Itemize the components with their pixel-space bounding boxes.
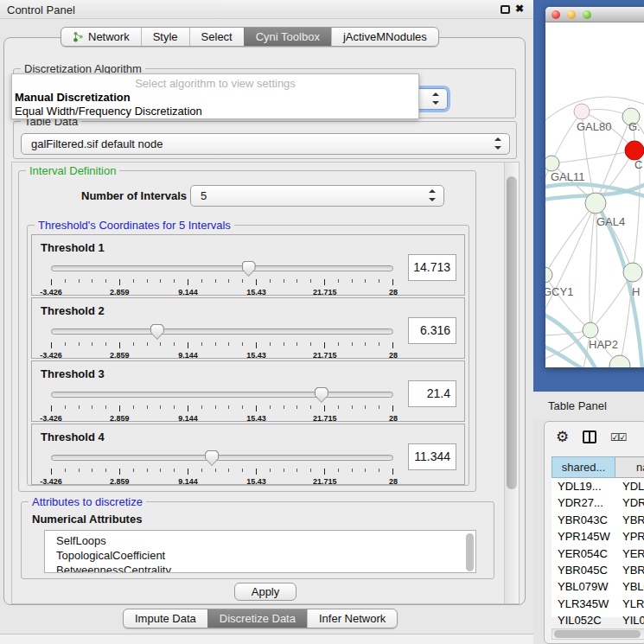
network-edge[interactable] bbox=[545, 203, 596, 275]
cell-name[interactable]: YBR04 bbox=[615, 512, 644, 528]
tab-style[interactable]: Style bbox=[141, 28, 189, 46]
node-HAP2[interactable] bbox=[583, 322, 598, 338]
column-header-shared[interactable]: shared... bbox=[552, 456, 615, 478]
vertical-scrollbar-thumb[interactable] bbox=[507, 176, 517, 489]
tick-mark bbox=[105, 342, 106, 346]
tick-mark bbox=[119, 405, 120, 411]
tab-jactivemnodules[interactable]: jActiveMNodules bbox=[331, 28, 438, 46]
tab-select[interactable]: Select bbox=[189, 28, 244, 46]
table-row[interactable]: YBR045CYBR04 bbox=[552, 562, 644, 578]
cell-shared-name[interactable]: YIL052C bbox=[552, 612, 615, 628]
cell-name[interactable]: YIL05 bbox=[615, 612, 644, 628]
tick-label: 15.43 bbox=[246, 414, 266, 423]
network-edge-thick[interactable] bbox=[545, 344, 582, 367]
threshold-slider[interactable]: -3.4262.8599.14415.4321.71528 bbox=[51, 261, 393, 296]
table-row[interactable]: YBR043CYBR04 bbox=[552, 512, 644, 528]
list-item[interactable]: BetweennessCentrality bbox=[45, 563, 475, 573]
table-data-combobox[interactable]: galFiltered.sif default node bbox=[21, 133, 510, 155]
cell-shared-name[interactable]: YDL19... bbox=[552, 478, 615, 494]
close-traffic-light-icon[interactable] bbox=[552, 10, 560, 19]
table-row[interactable]: YER054CYER05 bbox=[552, 545, 644, 562]
list-item[interactable]: SelfLoops bbox=[45, 533, 475, 548]
list-item[interactable]: TopologicalCoefficient bbox=[45, 548, 475, 563]
close-icon[interactable]: ✖ bbox=[515, 3, 524, 15]
numerical-attributes-list[interactable]: SelfLoopsTopologicalCoefficientBetweenne… bbox=[44, 530, 476, 573]
network-edge[interactable] bbox=[552, 112, 582, 163]
list-scrollbar-thumb[interactable] bbox=[466, 533, 474, 571]
cell-name[interactable]: YDR27 bbox=[615, 494, 644, 511]
node-H[interactable] bbox=[623, 263, 642, 282]
cell-shared-name[interactable]: YLR345W bbox=[552, 596, 615, 612]
tab-impute-data[interactable]: Impute Data bbox=[124, 609, 207, 628]
menu-item-equal-width-frequency[interactable]: Equal Width/Frequency Discretization bbox=[15, 105, 202, 118]
threshold-value-field[interactable]: 14.713 bbox=[408, 254, 456, 281]
node-GCY1[interactable] bbox=[545, 267, 552, 283]
cell-shared-name[interactable]: YPR145W bbox=[552, 528, 615, 545]
cell-name[interactable]: YBR04 bbox=[615, 562, 644, 578]
node-GAL80[interactable] bbox=[574, 104, 590, 119]
minimize-traffic-light-icon[interactable] bbox=[567, 10, 576, 19]
table-row[interactable]: YLR345WYLR34 bbox=[552, 596, 644, 612]
cell-shared-name[interactable]: YBR045C bbox=[552, 562, 615, 578]
cell-shared-name[interactable]: YDR27... bbox=[552, 494, 615, 511]
tab-discretize-data[interactable]: Discretize Data bbox=[207, 609, 307, 628]
float-window-icon[interactable] bbox=[501, 5, 510, 14]
tab-network[interactable]: Network bbox=[61, 28, 141, 46]
slider-thumb-icon[interactable] bbox=[150, 324, 164, 340]
node-label-H: H bbox=[632, 285, 640, 298]
threshold-value-field[interactable]: 21.4 bbox=[408, 380, 456, 407]
horizontal-scrollbar[interactable] bbox=[552, 628, 644, 640]
horizontal-scrollbar-thumb[interactable] bbox=[554, 630, 641, 638]
slider-track[interactable] bbox=[51, 392, 393, 398]
threshold-slider[interactable]: -3.4262.8599.14415.4321.71528 bbox=[51, 450, 393, 485]
table-row[interactable]: YIL052CYIL05 bbox=[552, 612, 644, 628]
cell-name[interactable]: YBL07 bbox=[615, 578, 644, 595]
apply-button[interactable]: Apply bbox=[234, 583, 296, 601]
tick-mark bbox=[228, 279, 229, 283]
node-label-GAL4: GAL4 bbox=[596, 215, 625, 228]
table-row[interactable]: YDR27...YDR27 bbox=[552, 494, 644, 511]
cell-shared-name[interactable]: YER054C bbox=[552, 545, 615, 562]
network-edge[interactable] bbox=[590, 203, 596, 330]
cell-shared-name[interactable]: YBL079W bbox=[552, 578, 615, 595]
slider-thumb-icon[interactable] bbox=[315, 387, 328, 403]
slider-track[interactable] bbox=[51, 265, 393, 271]
cell-name[interactable]: YLR34 bbox=[615, 596, 644, 612]
cell-name[interactable]: YDL19 bbox=[615, 478, 644, 494]
threshold-slider[interactable]: -3.4262.8599.14415.4321.71528 bbox=[51, 387, 393, 422]
column-header-name[interactable]: na bbox=[615, 456, 644, 478]
tick-mark bbox=[133, 342, 134, 346]
tick-mark bbox=[160, 342, 161, 346]
tab-label: Network bbox=[88, 30, 130, 43]
slider-track[interactable] bbox=[51, 455, 393, 461]
tab-cyni-toolbox[interactable]: Cyni Toolbox bbox=[244, 28, 331, 46]
tick-label: 9.144 bbox=[178, 288, 198, 296]
cell-name[interactable]: YER05 bbox=[615, 545, 644, 562]
table-row[interactable]: YPR145WYPR14 bbox=[552, 528, 644, 545]
threshold-value-field[interactable]: 11.344 bbox=[408, 443, 456, 470]
slider-track[interactable] bbox=[51, 328, 393, 335]
zoom-traffic-light-icon[interactable] bbox=[583, 10, 591, 19]
vertical-scrollbar[interactable] bbox=[504, 163, 519, 603]
network-edge[interactable] bbox=[545, 275, 590, 330]
table-row[interactable]: YDL19...YDL19 bbox=[552, 478, 644, 494]
node-GAL11[interactable] bbox=[545, 156, 559, 171]
node-red[interactable] bbox=[625, 141, 644, 160]
network-edge[interactable] bbox=[552, 150, 634, 163]
tick-mark bbox=[51, 469, 52, 475]
tab-infer-network[interactable]: Infer Network bbox=[307, 609, 397, 628]
node-GAL4[interactable] bbox=[585, 193, 606, 214]
network-canvas[interactable]: GAL80G.CGAL11GAL4GCY1HHAP2 bbox=[545, 22, 644, 367]
table-row[interactable]: YBL079WYBL07 bbox=[552, 578, 644, 595]
settings-gear-icon[interactable]: ⚙ bbox=[556, 428, 569, 446]
cell-name[interactable]: YPR14 bbox=[615, 528, 644, 545]
cell-shared-name[interactable]: YBR043C bbox=[552, 512, 615, 528]
slider-thumb-icon[interactable] bbox=[205, 450, 219, 466]
split-columns-icon[interactable] bbox=[583, 430, 596, 443]
select-columns-icon[interactable]: ☑☑ bbox=[610, 431, 626, 443]
number-of-intervals-combobox[interactable]: 5 bbox=[190, 185, 444, 207]
slider-thumb-icon[interactable] bbox=[242, 261, 256, 277]
threshold-value-field[interactable]: 6.316 bbox=[408, 317, 456, 344]
threshold-slider[interactable]: -3.4262.8599.14415.4321.71528 bbox=[51, 324, 393, 359]
menu-item-manual-discretization[interactable]: Manual Discretization bbox=[15, 91, 131, 104]
